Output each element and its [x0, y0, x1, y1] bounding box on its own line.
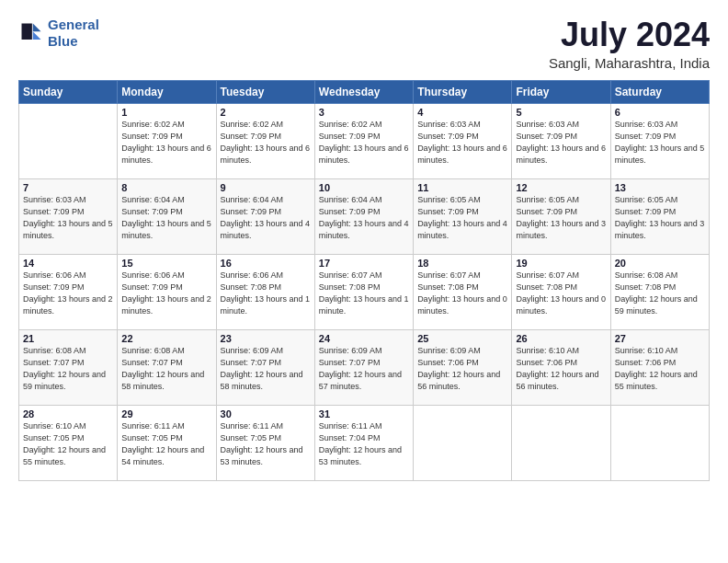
sunset-text: Sunset: 7:09 PM	[23, 207, 85, 216]
table-cell: 24 Sunrise: 6:09 AM Sunset: 7:07 PM Dayl…	[314, 329, 413, 405]
daylight-text: Daylight: 13 hours and 3 minutes.	[516, 219, 606, 240]
table-cell: 10 Sunrise: 6:04 AM Sunset: 7:09 PM Dayl…	[314, 178, 413, 254]
table-cell: 5 Sunrise: 6:03 AM Sunset: 7:09 PM Dayli…	[512, 103, 610, 178]
sunrise-text: Sunrise: 6:11 AM	[121, 421, 185, 431]
subtitle: Sangli, Maharashtra, India	[549, 55, 710, 71]
daylight-text: Daylight: 13 hours and 1 minute.	[221, 294, 311, 316]
day-number: 13	[615, 182, 705, 193]
day-info: Sunrise: 6:05 AM Sunset: 7:09 PM Dayligh…	[516, 194, 606, 242]
sunrise-text: Sunrise: 6:08 AM	[23, 346, 86, 355]
sunrise-text: Sunrise: 6:03 AM	[615, 120, 678, 129]
svg-marker-1	[33, 31, 41, 40]
table-cell: 3 Sunrise: 6:02 AM Sunset: 7:09 PM Dayli…	[314, 103, 413, 178]
table-cell: 19 Sunrise: 6:07 AM Sunset: 7:08 PM Dayl…	[512, 254, 610, 329]
week-row-3: 14 Sunrise: 6:06 AM Sunset: 7:09 PM Dayl…	[19, 254, 710, 329]
day-number: 23	[221, 333, 311, 344]
daylight-text: Daylight: 12 hours and 56 minutes.	[417, 370, 500, 391]
daylight-text: Daylight: 12 hours and 55 minutes.	[615, 370, 698, 391]
sunset-text: Sunset: 7:09 PM	[319, 132, 381, 141]
day-info: Sunrise: 6:06 AM Sunset: 7:08 PM Dayligh…	[221, 270, 311, 317]
day-number: 6	[615, 107, 705, 118]
week-row-1: 1 Sunrise: 6:02 AM Sunset: 7:09 PM Dayli…	[19, 103, 710, 178]
title-block: July 2024 Sangli, Maharashtra, India	[549, 17, 710, 71]
table-cell: 17 Sunrise: 6:07 AM Sunset: 7:08 PM Dayl…	[314, 254, 413, 329]
table-cell: 25 Sunrise: 6:09 AM Sunset: 7:06 PM Dayl…	[414, 329, 512, 405]
table-cell: 4 Sunrise: 6:03 AM Sunset: 7:09 PM Dayli…	[414, 103, 512, 178]
sunset-text: Sunset: 7:09 PM	[221, 132, 282, 141]
day-info: Sunrise: 6:11 AM Sunset: 7:05 PM Dayligh…	[121, 420, 211, 468]
day-number: 18	[417, 258, 507, 269]
daylight-text: Daylight: 13 hours and 3 minutes.	[615, 219, 705, 240]
sunset-text: Sunset: 7:05 PM	[23, 433, 85, 442]
table-cell: 16 Sunrise: 6:06 AM Sunset: 7:08 PM Dayl…	[216, 254, 314, 329]
day-info: Sunrise: 6:04 AM Sunset: 7:09 PM Dayligh…	[221, 194, 311, 242]
main-title: July 2024	[549, 17, 710, 53]
day-info: Sunrise: 6:08 AM Sunset: 7:08 PM Dayligh…	[615, 270, 705, 317]
sunrise-text: Sunrise: 6:11 AM	[319, 421, 382, 431]
day-number: 9	[221, 182, 311, 193]
day-number: 21	[23, 333, 113, 344]
table-cell: 8 Sunrise: 6:04 AM Sunset: 7:09 PM Dayli…	[118, 178, 216, 254]
sunrise-text: Sunrise: 6:08 AM	[615, 270, 678, 280]
sunset-text: Sunset: 7:05 PM	[221, 433, 282, 442]
sunrise-text: Sunrise: 6:06 AM	[23, 270, 86, 280]
day-number: 10	[319, 182, 409, 193]
daylight-text: Daylight: 13 hours and 5 minutes.	[121, 219, 211, 240]
table-cell: 18 Sunrise: 6:07 AM Sunset: 7:08 PM Dayl…	[414, 254, 512, 329]
sunrise-text: Sunrise: 6:05 AM	[516, 195, 579, 204]
day-info: Sunrise: 6:11 AM Sunset: 7:05 PM Dayligh…	[221, 420, 311, 468]
sunset-text: Sunset: 7:09 PM	[615, 207, 677, 216]
day-info: Sunrise: 6:10 AM Sunset: 7:06 PM Dayligh…	[615, 345, 705, 393]
sunrise-text: Sunrise: 6:09 AM	[221, 346, 284, 355]
table-cell: 31 Sunrise: 6:11 AM Sunset: 7:04 PM Dayl…	[314, 405, 413, 480]
sunset-text: Sunset: 7:07 PM	[121, 358, 183, 367]
day-number: 8	[121, 182, 211, 193]
sunrise-text: Sunrise: 6:07 AM	[417, 270, 481, 280]
day-info: Sunrise: 6:03 AM Sunset: 7:09 PM Dayligh…	[615, 119, 705, 167]
header: General Blue July 2024 Sangli, Maharasht…	[18, 17, 710, 71]
sunset-text: Sunset: 7:09 PM	[121, 207, 183, 216]
table-cell: 20 Sunrise: 6:08 AM Sunset: 7:08 PM Dayl…	[610, 254, 709, 329]
day-info: Sunrise: 6:09 AM Sunset: 7:06 PM Dayligh…	[417, 345, 507, 393]
day-info: Sunrise: 6:05 AM Sunset: 7:09 PM Dayligh…	[417, 194, 507, 242]
week-row-4: 21 Sunrise: 6:08 AM Sunset: 7:07 PM Dayl…	[19, 329, 710, 405]
col-tuesday: Tuesday	[216, 80, 314, 103]
daylight-text: Daylight: 13 hours and 4 minutes.	[417, 219, 507, 240]
day-number: 11	[417, 182, 507, 193]
daylight-text: Daylight: 13 hours and 4 minutes.	[221, 219, 311, 240]
day-number: 17	[319, 258, 409, 269]
day-number: 31	[319, 408, 409, 419]
day-number: 12	[516, 182, 606, 193]
day-number: 14	[23, 258, 113, 269]
calendar-header-row: Sunday Monday Tuesday Wednesday Thursday…	[19, 80, 710, 103]
table-cell: 27 Sunrise: 6:10 AM Sunset: 7:06 PM Dayl…	[610, 329, 709, 405]
daylight-text: Daylight: 12 hours and 53 minutes.	[221, 445, 303, 466]
day-info: Sunrise: 6:02 AM Sunset: 7:09 PM Dayligh…	[221, 119, 311, 167]
sunset-text: Sunset: 7:07 PM	[319, 358, 381, 367]
sunrise-text: Sunrise: 6:05 AM	[615, 195, 678, 204]
daylight-text: Daylight: 12 hours and 57 minutes.	[319, 370, 402, 391]
sunrise-text: Sunrise: 6:08 AM	[121, 346, 185, 355]
day-info: Sunrise: 6:06 AM Sunset: 7:09 PM Dayligh…	[121, 270, 211, 317]
daylight-text: Daylight: 12 hours and 54 minutes.	[121, 445, 204, 466]
day-info: Sunrise: 6:02 AM Sunset: 7:09 PM Dayligh…	[121, 119, 211, 167]
sunset-text: Sunset: 7:07 PM	[23, 358, 85, 367]
sunset-text: Sunset: 7:09 PM	[121, 132, 183, 141]
sunset-text: Sunset: 7:07 PM	[221, 358, 282, 367]
sunset-text: Sunset: 7:09 PM	[615, 132, 677, 141]
daylight-text: Daylight: 13 hours and 5 minutes.	[23, 219, 113, 240]
table-cell	[610, 405, 709, 480]
day-number: 4	[417, 107, 507, 118]
table-cell: 29 Sunrise: 6:11 AM Sunset: 7:05 PM Dayl…	[118, 405, 216, 480]
table-cell: 13 Sunrise: 6:05 AM Sunset: 7:09 PM Dayl…	[610, 178, 709, 254]
col-friday: Friday	[512, 80, 610, 103]
sunset-text: Sunset: 7:09 PM	[516, 207, 577, 216]
day-info: Sunrise: 6:09 AM Sunset: 7:07 PM Dayligh…	[221, 345, 311, 393]
col-thursday: Thursday	[414, 80, 512, 103]
day-info: Sunrise: 6:03 AM Sunset: 7:09 PM Dayligh…	[417, 119, 507, 167]
day-info: Sunrise: 6:08 AM Sunset: 7:07 PM Dayligh…	[121, 345, 211, 393]
table-cell: 1 Sunrise: 6:02 AM Sunset: 7:09 PM Dayli…	[118, 103, 216, 178]
daylight-text: Daylight: 13 hours and 0 minutes.	[516, 294, 606, 316]
day-number: 5	[516, 107, 606, 118]
table-cell	[19, 103, 118, 178]
